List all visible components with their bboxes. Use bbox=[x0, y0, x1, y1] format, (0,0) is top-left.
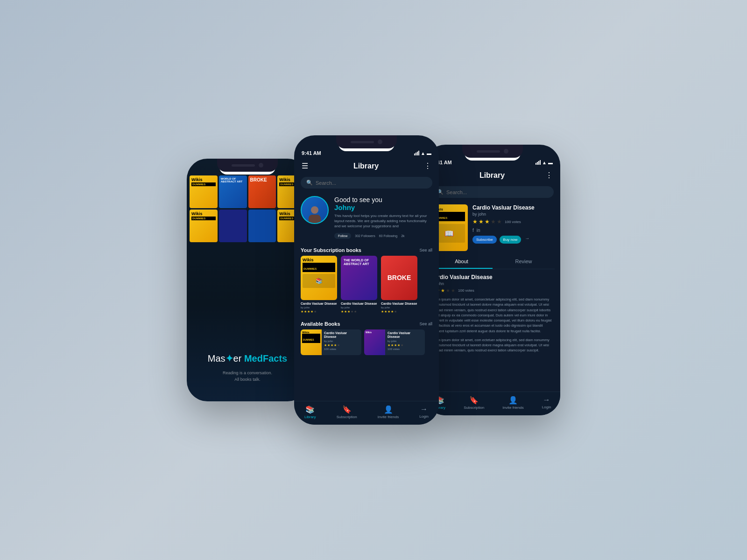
right-app-header: ☰ Library ⋮ bbox=[425, 167, 560, 183]
buy-now-button[interactable]: Buy now bbox=[500, 236, 521, 244]
sub-book-3-author: by john bbox=[381, 306, 417, 309]
left-book-2: WORLD OF ABSTRACT ART bbox=[219, 175, 247, 208]
library-icon: 📚 bbox=[305, 405, 315, 414]
nav-invite-label: Invite friends bbox=[378, 415, 399, 419]
mid-more-icon[interactable]: ⋮ bbox=[424, 161, 431, 170]
right-header-title: Library bbox=[479, 171, 505, 180]
left-phone: Wikis DUMMIES WORLD OF ABSTRACT ART BROK… bbox=[187, 159, 308, 401]
nav-login-label: Login bbox=[419, 414, 429, 419]
hero-book-author: by john bbox=[472, 212, 555, 217]
right-subscription-icon: 🔖 bbox=[469, 396, 479, 405]
mid-status-time: 9:41 AM bbox=[302, 150, 321, 156]
following-count: 60 Following bbox=[379, 234, 397, 238]
search-icon: 🔍 bbox=[306, 180, 313, 186]
about-text-1: Lorem ipsum dolor sit amet, consectetuer… bbox=[430, 297, 555, 334]
action-buttons: Subscribe Buy now → bbox=[472, 236, 555, 244]
right-nav-subscription-label: Subscription bbox=[464, 406, 484, 410]
nav-library-label: Library bbox=[304, 415, 316, 419]
sub-book-2-author: by john bbox=[341, 306, 377, 309]
book-cover-3: BROKE bbox=[381, 256, 417, 300]
right-bottom-nav: 📚 Library 🔖 Subscription 👤 Invite friend… bbox=[425, 392, 560, 415]
mid-bottom-nav: 📚 Library 🔖 Subscription 👤 Invite friend… bbox=[294, 401, 439, 425]
sub-book-2-title: Cardio Vasluar Disease bbox=[341, 302, 377, 306]
mid-speaker bbox=[351, 141, 374, 143]
right-invite-icon: 👤 bbox=[508, 396, 518, 405]
left-book-6 bbox=[219, 210, 247, 242]
profile-section: Good to see you Johny This handy tool he… bbox=[294, 191, 439, 244]
right-nav-login-label: Login bbox=[542, 405, 551, 409]
hamburger-icon[interactable]: ☰ bbox=[302, 161, 308, 170]
about-book-title: Cardio Vasluar Disease bbox=[430, 274, 555, 280]
nav-library[interactable]: 📚 Library bbox=[304, 405, 316, 419]
subscription-book-2[interactable]: THE WORLD OF ABSTRACT ART Cardio Vasluar… bbox=[341, 256, 377, 314]
follow-button[interactable]: Follow bbox=[334, 233, 351, 239]
right-search-input[interactable] bbox=[446, 189, 548, 195]
avail-book-1[interactable]: Wikis DUMMIES Cardio Vasluar Disease by … bbox=[301, 329, 361, 355]
right-phone-notch bbox=[462, 145, 523, 158]
nav-login[interactable]: → Login bbox=[419, 405, 429, 419]
available-books-row: Wikis DUMMIES Cardio Vasluar Disease by … bbox=[294, 329, 439, 358]
mid-camera bbox=[378, 140, 382, 144]
hero-stars: ★ ★ ★ ★ ★ 100 votes bbox=[472, 218, 555, 225]
right-phone-screen: 9:41 AM ▲ ▬ ☰ Library ⋮ bbox=[425, 145, 560, 415]
profile-stats: Follow 302 Followers 60 Following 2k bbox=[334, 233, 432, 239]
sub-book-1-title: Cardio Vasluar Disease bbox=[301, 302, 337, 306]
right-search-bar[interactable]: 🔍 bbox=[431, 186, 554, 198]
right-nav-subscription[interactable]: 🔖 Subscription bbox=[464, 396, 484, 410]
subscribe-button[interactable]: Subscribe bbox=[472, 236, 497, 244]
right-speaker bbox=[477, 150, 500, 153]
camera bbox=[259, 163, 263, 168]
more-options-icon[interactable]: → bbox=[525, 236, 529, 244]
profile-desc: This handy tool helps you create dummy t… bbox=[334, 213, 432, 229]
avail-cover-1: Wikis DUMMIES bbox=[301, 329, 322, 355]
mid-phone-notch bbox=[336, 135, 397, 148]
hero-book-info: Cardio Vasluar Disease by john ★ ★ ★ ★ ★… bbox=[472, 204, 555, 244]
right-wifi-icon: ▲ bbox=[542, 160, 547, 165]
profile-greeting: Good to see you bbox=[334, 196, 432, 203]
wifi-icon: ▲ bbox=[421, 151, 425, 156]
tab-review[interactable]: Review bbox=[493, 255, 555, 269]
sub-book-2-stars: ★ ★ ★ ★ ★ bbox=[341, 310, 377, 314]
search-input[interactable] bbox=[316, 180, 427, 186]
mid-search-bar[interactable]: 🔍 bbox=[301, 177, 432, 189]
nav-invite[interactable]: 👤 Invite friends bbox=[378, 405, 399, 419]
battery-icon: ▬ bbox=[427, 151, 431, 156]
avail-book-2[interactable]: Wikis Cardio Vasluar Disease by john ★ ★… bbox=[364, 329, 425, 355]
subscription-icon: 🔖 bbox=[342, 405, 352, 414]
subscription-see-all[interactable]: See all bbox=[419, 248, 432, 252]
nav-subscription[interactable]: 🔖 Subscription bbox=[337, 405, 357, 419]
facebook-icon[interactable]: f bbox=[472, 228, 474, 233]
available-header: Available Books See all bbox=[294, 317, 439, 329]
subscription-books-row: Wikis DUMMIES 📚 Cardio Vasluar Disease b… bbox=[294, 256, 439, 317]
left-book-7 bbox=[248, 210, 276, 242]
tab-about[interactable]: About bbox=[430, 255, 493, 269]
left-book-5: Wikis DUMMIES bbox=[190, 210, 218, 242]
right-nav-invite[interactable]: 👤 Invite friends bbox=[502, 396, 523, 410]
right-nav-login[interactable]: → Login bbox=[542, 396, 551, 410]
available-see-all[interactable]: See all bbox=[419, 322, 432, 326]
avail-info-2: Cardio Vasluar Disease by john ★ ★ ★ ★ ★… bbox=[385, 329, 425, 355]
left-book-1: Wikis DUMMIES bbox=[190, 175, 218, 208]
login-icon: → bbox=[420, 405, 428, 413]
right-phone: 9:41 AM ▲ ▬ ☰ Library ⋮ bbox=[425, 145, 560, 415]
app-logo: Mas✦er MedFacts bbox=[187, 353, 308, 364]
profile-name: Johny bbox=[334, 203, 432, 211]
subscription-header: Your Subscription books See all bbox=[294, 244, 439, 256]
sub-book-3-title: Cardio Vasluar Disease bbox=[381, 302, 417, 306]
about-content: Cardio Vasluar Disease by john ★ ★ ★ ★ ★… bbox=[425, 269, 560, 392]
right-more-icon[interactable]: ⋮ bbox=[545, 171, 553, 180]
subscription-book-1[interactable]: Wikis DUMMIES 📚 Cardio Vasluar Disease b… bbox=[301, 256, 337, 314]
mid-status-icons: ▲ ▬ bbox=[414, 151, 431, 156]
subscription-book-3[interactable]: BROKE Cardio Vasluar Disease by john ★ ★… bbox=[381, 256, 417, 314]
right-nav-invite-label: Invite friends bbox=[502, 406, 523, 410]
twitter-icon[interactable]: in bbox=[477, 228, 480, 233]
about-stars: ★ ★ ★ ★ ★ 100 votes bbox=[430, 288, 555, 293]
hero-votes: 100 votes bbox=[505, 220, 521, 224]
mid-app-header: ☰ Library ⋮ bbox=[294, 158, 439, 174]
right-battery-icon: ▬ bbox=[548, 160, 553, 165]
mid-header-title: Library bbox=[353, 162, 379, 170]
available-title: Available Books bbox=[301, 321, 340, 327]
book-cover-2: THE WORLD OF ABSTRACT ART bbox=[341, 256, 377, 300]
left-phone-notch bbox=[217, 159, 278, 172]
right-status-icons: ▲ ▬ bbox=[536, 160, 553, 165]
